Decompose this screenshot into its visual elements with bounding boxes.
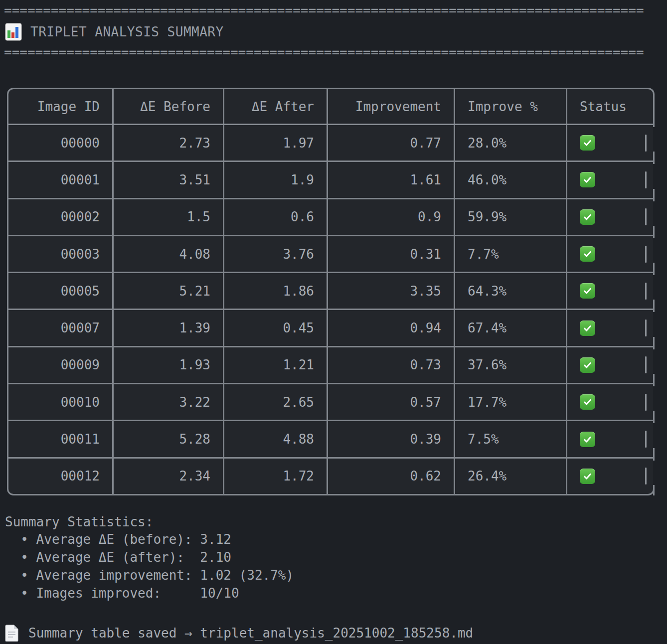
row-right-border-artifact bbox=[645, 171, 647, 188]
cell-improve_pct: 64.3% bbox=[454, 273, 566, 309]
col-header-id: Image ID bbox=[8, 89, 112, 124]
cell-id: 00007 bbox=[8, 310, 112, 345]
cell-improvement: 0.62 bbox=[327, 459, 454, 494]
right-border-gap bbox=[653, 201, 655, 226]
cell-improvement: 3.35 bbox=[327, 273, 454, 309]
cell-improvement: 0.73 bbox=[327, 347, 454, 383]
cell-improve_pct: 37.6% bbox=[454, 347, 566, 383]
cell-improve_pct: 28.0% bbox=[454, 125, 566, 161]
right-border-gap bbox=[653, 386, 655, 411]
table-row: 000122.341.720.6226.4% bbox=[8, 457, 653, 494]
cell-id: 00005 bbox=[8, 273, 112, 309]
cell-id: 00011 bbox=[8, 421, 112, 457]
terminal-output: ========================================… bbox=[0, 0, 667, 644]
table-row: 000034.083.760.317.7% bbox=[8, 235, 653, 272]
cell-improvement: 0.31 bbox=[327, 236, 454, 272]
check-passed-icon bbox=[580, 209, 595, 225]
right-border-stub bbox=[653, 411, 655, 421]
stats-heading: Summary Statistics: bbox=[5, 513, 667, 530]
right-border-gap bbox=[653, 275, 655, 300]
cell-status bbox=[566, 125, 653, 161]
check-passed-icon bbox=[580, 394, 595, 410]
cell-id: 00012 bbox=[8, 459, 112, 494]
cell-improve_pct: 17.7% bbox=[454, 384, 566, 420]
cell-id: 00003 bbox=[8, 236, 112, 272]
summary-table: Image IDΔE BeforeΔE AfterImprovementImpr… bbox=[7, 88, 655, 495]
cell-after: 1.9 bbox=[223, 162, 327, 197]
stat-avg-before: • Average ΔE (before): 3.12 bbox=[5, 530, 667, 548]
cell-improve_pct: 26.4% bbox=[454, 459, 566, 494]
right-border-stub bbox=[653, 152, 655, 162]
row-right-border-artifact bbox=[645, 356, 647, 373]
cell-status bbox=[566, 199, 653, 235]
cell-status bbox=[566, 384, 653, 420]
right-border-stub bbox=[653, 226, 655, 236]
cell-id: 00000 bbox=[8, 125, 112, 161]
check-passed-icon bbox=[580, 469, 595, 484]
stat-images-improved: • Images improved: 10/10 bbox=[5, 584, 667, 602]
separator-line-top: ========================================… bbox=[4, 3, 645, 18]
cell-improve_pct: 59.9% bbox=[454, 199, 566, 235]
cell-before: 1.39 bbox=[112, 310, 223, 345]
page-icon bbox=[5, 625, 19, 642]
cell-status bbox=[566, 273, 653, 309]
cell-before: 4.08 bbox=[112, 236, 223, 272]
table-row: 000021.50.60.959.9% bbox=[8, 198, 653, 235]
check-passed-icon bbox=[580, 283, 595, 299]
cell-id: 00009 bbox=[8, 347, 112, 383]
row-right-border-artifact bbox=[645, 246, 647, 263]
stat-avg-improve: • Average improvement: 1.02 (32.7%) bbox=[5, 566, 667, 584]
separator-line-under-title: ========================================… bbox=[4, 45, 645, 60]
cell-before: 3.51 bbox=[112, 162, 223, 197]
check-passed-icon bbox=[580, 357, 595, 373]
right-border-stub bbox=[653, 448, 655, 459]
file-saved-row: Summary table saved → triplet_analysis_2… bbox=[5, 623, 667, 643]
cell-improvement: 0.94 bbox=[327, 310, 454, 345]
row-right-border-artifact bbox=[645, 431, 647, 448]
summary-title-row: TRIPLET ANALYSIS SUMMARY bbox=[5, 21, 667, 43]
cell-before: 5.21 bbox=[112, 273, 223, 309]
cell-status bbox=[566, 459, 653, 494]
cell-before: 3.22 bbox=[112, 384, 223, 420]
row-right-border-artifact bbox=[645, 320, 647, 336]
page-title: TRIPLET ANALYSIS SUMMARY bbox=[30, 24, 224, 39]
table-row: 000103.222.650.5717.7% bbox=[8, 383, 653, 420]
file-saved-text: Summary table saved → triplet_analysis_2… bbox=[28, 626, 473, 641]
cell-status bbox=[566, 162, 653, 197]
table-row: 000055.211.863.3564.3% bbox=[8, 272, 653, 309]
cell-after: 2.65 bbox=[223, 384, 327, 420]
right-border-gap bbox=[653, 312, 655, 336]
check-passed-icon bbox=[580, 432, 595, 447]
right-border-gap bbox=[653, 238, 655, 263]
cell-id: 00001 bbox=[8, 162, 112, 197]
table-header-row: Image IDΔE BeforeΔE AfterImprovementImpr… bbox=[8, 89, 653, 125]
cell-after: 0.45 bbox=[223, 310, 327, 345]
cell-improve_pct: 67.4% bbox=[454, 310, 566, 345]
col-header-after: ΔE After bbox=[223, 89, 327, 124]
summary-statistics: Summary Statistics: • Average ΔE (before… bbox=[5, 513, 667, 602]
table-row: 000002.731.970.7728.0% bbox=[8, 125, 653, 161]
table-row: 000115.284.880.397.5% bbox=[8, 420, 653, 457]
cell-improve_pct: 46.0% bbox=[454, 162, 566, 197]
row-right-border-artifact bbox=[645, 208, 647, 225]
row-right-border-artifact bbox=[645, 283, 647, 300]
cell-after: 1.72 bbox=[223, 459, 327, 494]
right-border-gap bbox=[653, 164, 655, 188]
cell-improvement: 0.9 bbox=[327, 199, 454, 235]
col-header-improvement: Improvement bbox=[327, 89, 454, 124]
cell-status bbox=[566, 310, 653, 345]
check-passed-icon bbox=[580, 172, 595, 187]
col-header-status: Status bbox=[566, 89, 653, 124]
right-border-stub bbox=[653, 337, 655, 347]
cell-before: 1.93 bbox=[112, 347, 223, 383]
right-border-stub bbox=[653, 374, 655, 384]
cell-before: 2.73 bbox=[112, 125, 223, 161]
row-right-border-artifact bbox=[645, 135, 647, 152]
cell-after: 1.86 bbox=[223, 273, 327, 309]
table-row: 000013.511.91.6146.0% bbox=[8, 161, 653, 197]
cell-improvement: 0.39 bbox=[327, 421, 454, 457]
right-border-stub bbox=[653, 300, 655, 310]
right-border-gap bbox=[653, 349, 655, 374]
cell-improve_pct: 7.7% bbox=[454, 236, 566, 272]
right-border-gap bbox=[653, 127, 655, 152]
